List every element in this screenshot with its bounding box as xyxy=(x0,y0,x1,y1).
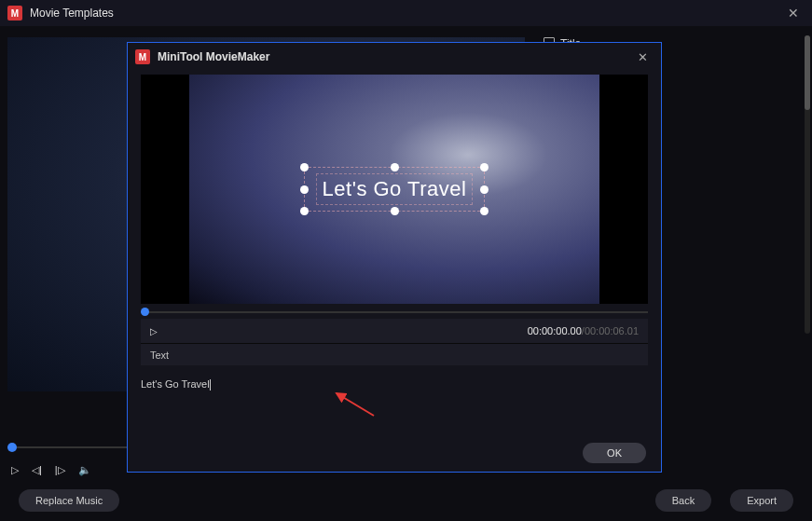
resize-handle[interactable] xyxy=(300,185,309,194)
app-logo-icon: M xyxy=(7,6,22,21)
next-frame-icon[interactable]: |▷ xyxy=(55,464,65,476)
dialog-timeline[interactable] xyxy=(141,311,648,313)
tab-text[interactable]: Text xyxy=(150,350,169,361)
window-title: Movie Templates xyxy=(30,7,782,20)
volume-icon[interactable]: 🔈 xyxy=(78,464,91,476)
scrollbar-thumb[interactable] xyxy=(805,35,810,110)
app-logo-icon: M xyxy=(135,49,150,64)
footer-bar: Replace Music Back Export xyxy=(0,480,812,521)
play-icon[interactable]: ▷ xyxy=(150,326,158,336)
right-panel-scrollbar[interactable] xyxy=(805,35,810,334)
prev-frame-icon[interactable]: ◁| xyxy=(32,464,42,476)
preview-text: Let's Go Travel xyxy=(316,173,474,205)
dialog-playbar: ▷ 00:00:00.00/00:00:06.01 xyxy=(141,319,648,343)
resize-handle[interactable] xyxy=(300,163,309,171)
resize-handle[interactable] xyxy=(480,207,489,215)
resize-handle[interactable] xyxy=(300,207,309,215)
close-icon[interactable]: ✕ xyxy=(632,48,654,66)
replace-music-button[interactable]: Replace Music xyxy=(19,489,119,512)
play-icon[interactable]: ▷ xyxy=(11,464,19,476)
dialog-tab-strip: Text xyxy=(141,343,648,365)
background-playback-controls: ▷ ◁| |▷ 🔈 xyxy=(11,464,91,476)
resize-handle[interactable] xyxy=(391,163,399,171)
close-icon[interactable]: ✕ xyxy=(782,4,805,22)
text-overlay-bounding-box[interactable]: Let's Go Travel xyxy=(304,167,486,212)
text-editor-dialog: M MiniTool MovieMaker ✕ Let's Go Travel … xyxy=(127,42,662,473)
dialog-playhead[interactable] xyxy=(141,308,149,316)
timecode: 00:00:00.00/00:00:06.01 xyxy=(528,325,639,336)
title-text-input[interactable]: Let's Go Travel xyxy=(141,375,648,419)
resize-handle[interactable] xyxy=(480,163,489,171)
main-window-header: M Movie Templates ✕ xyxy=(0,0,812,26)
dialog-title: MiniTool MovieMaker xyxy=(158,50,632,63)
time-total: /00:00:06.01 xyxy=(582,325,639,336)
resize-handle[interactable] xyxy=(480,185,489,194)
time-current: 00:00:00.00 xyxy=(528,325,582,336)
export-button[interactable]: Export xyxy=(730,489,793,512)
dialog-timeline-area: ▷ 00:00:00.00/00:00:06.01 xyxy=(128,304,661,343)
back-button[interactable]: Back xyxy=(655,489,711,512)
dialog-preview-canvas[interactable]: Let's Go Travel xyxy=(141,75,648,304)
text-cursor xyxy=(210,379,211,391)
dialog-footer: OK xyxy=(128,434,661,472)
dialog-header[interactable]: M MiniTool MovieMaker ✕ xyxy=(128,43,661,71)
ok-button[interactable]: OK xyxy=(583,443,646,463)
text-input-area: Let's Go Travel xyxy=(141,375,648,419)
resize-handle[interactable] xyxy=(391,207,399,215)
background-playhead[interactable] xyxy=(7,443,17,452)
